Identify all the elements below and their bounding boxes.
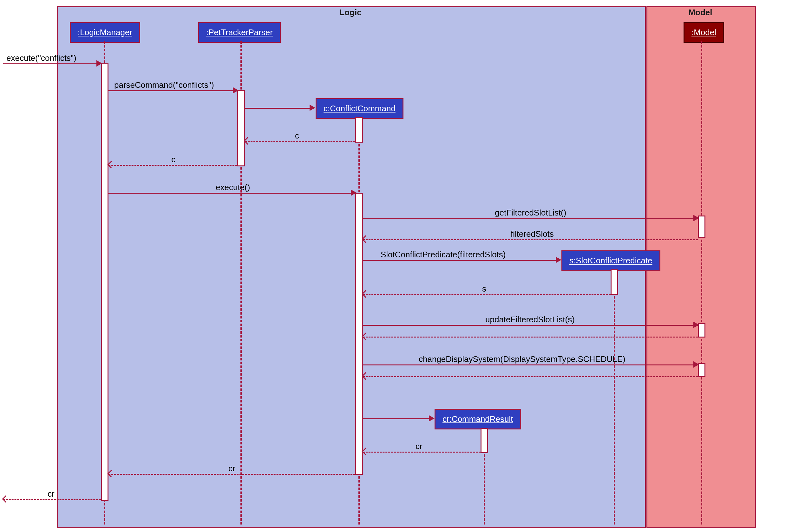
msg-get-filtered-slot-list <box>363 218 698 219</box>
activation-conflict-command-create <box>355 117 363 142</box>
msg-label-return-cr-ext: cr <box>47 489 55 499</box>
logic-container-label: Logic <box>57 7 644 17</box>
participant-pet-tracker-parser: :PetTrackerParser <box>198 22 281 43</box>
participant-model: :Model <box>683 22 724 43</box>
activation-logic-manager <box>101 63 108 501</box>
msg-label-return-cr-lm: cr <box>228 464 235 473</box>
arrow-icon <box>556 257 562 263</box>
msg-label-change-display-system: changeDisplaySystem(DisplaySystemType.SC… <box>419 354 625 364</box>
msg-parse-command <box>108 90 237 91</box>
model-container-label: Model <box>647 7 754 17</box>
msg-execute <box>108 193 355 194</box>
msg-label-return-c-parser: c <box>295 131 299 141</box>
arrow-icon <box>693 322 699 328</box>
arrow-icon <box>693 215 699 221</box>
msg-return-change-display <box>363 376 698 377</box>
msg-return-cr-to-ext <box>3 499 101 500</box>
msg-return-update <box>363 336 698 337</box>
msg-label-return-s: s <box>482 284 486 294</box>
arrow-icon <box>429 415 435 422</box>
msg-return-c-to-parser <box>245 141 355 142</box>
msg-label-execute: execute() <box>216 183 250 192</box>
msg-label-return-filtered-slots: filteredSlots <box>511 229 554 239</box>
msg-return-s <box>363 294 611 295</box>
participant-logic-manager: :LogicManager <box>70 22 140 43</box>
msg-label-create-scp: SlotConflictPredicate(filteredSlots) <box>381 250 506 259</box>
msg-label-return-c-lm: c <box>171 155 175 165</box>
msg-create-command-result <box>363 418 433 419</box>
participant-slot-conflict-predicate: s:SlotConflictPredicate <box>562 251 661 271</box>
arrow-icon <box>309 105 315 111</box>
lifeline-slot-conflict-predicate <box>614 269 615 525</box>
sequence-diagram: Logic Model :LogicManager :PetTrackerPar… <box>0 0 812 528</box>
msg-label-parse-command: parseCommand("conflicts") <box>114 80 214 90</box>
activation-slot-conflict-predicate <box>611 269 618 295</box>
msg-return-cr-to-cc <box>363 452 480 453</box>
participant-command-result: cr:CommandResult <box>435 409 521 429</box>
msg-return-filtered-slots <box>363 239 698 240</box>
arrow-icon <box>2 495 10 503</box>
activation-command-result <box>480 428 488 453</box>
msg-execute-conflicts <box>3 63 101 64</box>
msg-create-conflict-command <box>245 108 314 109</box>
msg-create-slot-conflict-predicate <box>363 260 560 261</box>
msg-change-display-system <box>363 364 698 365</box>
msg-label-return-cr-cc: cr <box>416 441 422 451</box>
arrow-icon <box>351 190 357 196</box>
activation-pet-tracker-parser <box>237 90 245 166</box>
msg-label-execute-conflicts: execute("conflicts") <box>6 53 76 63</box>
msg-label-get-filtered-slot-list: getFilteredSlotList() <box>495 208 566 218</box>
arrow-icon <box>233 87 238 93</box>
msg-label-update-filtered-slot-list: updateFilteredSlotList(s) <box>485 315 575 325</box>
msg-return-c-to-lm <box>108 165 237 166</box>
msg-return-cr-to-lm <box>108 474 355 475</box>
arrow-icon <box>97 60 102 66</box>
participant-conflict-command: c:ConflictCommand <box>316 98 404 119</box>
lifeline-model <box>701 41 702 525</box>
msg-update-filtered-slot-list <box>363 325 698 326</box>
arrow-icon <box>693 361 699 368</box>
activation-conflict-command-execute <box>355 193 363 475</box>
